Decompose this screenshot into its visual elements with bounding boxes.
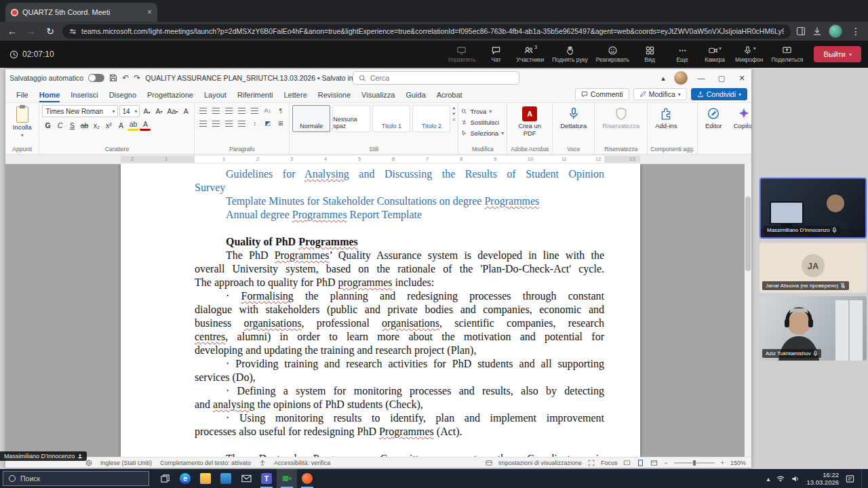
ruler[interactable]: 2112345678910111213 [5,155,751,164]
mic-chevron-icon[interactable]: ▾ [753,45,756,52]
action-center-icon[interactable] [846,474,854,483]
share-button[interactable]: Поделиться [768,44,806,64]
font-name-select[interactable]: Times New Roman▾ [42,105,118,117]
close-icon[interactable]: ✕ [732,69,751,87]
leave-button[interactable]: Выйти▾ [814,46,861,62]
vertical-scrollbar[interactable] [745,164,751,457]
tray-expand-icon[interactable]: ▴ [766,475,770,483]
menu-tab-home[interactable]: Home [34,88,66,102]
clear-format-button[interactable]: A [180,106,191,117]
reload-icon[interactable]: ↻ [43,26,57,37]
style-card-normale[interactable]: Normale [292,105,330,132]
editor-button[interactable]: Editor [701,105,727,131]
undo-icon[interactable]: ↶ [122,73,129,83]
strikethrough-button[interactable]: ab [79,119,90,131]
select-button[interactable]: Seleziona▾ [461,128,504,138]
font-size-select[interactable]: 14▾ [119,105,140,117]
multilevel-list-icon[interactable] [223,105,235,116]
autosave-toggle[interactable] [88,74,104,82]
editing-mode-button[interactable]: Modifica▾ [633,88,687,100]
change-case-button[interactable]: Aa▾ [165,106,179,117]
menu-tab-file[interactable]: File [11,88,34,102]
redo-icon[interactable]: ↷ [134,73,140,83]
style-card-nessuna-spaz[interactable]: Nessuna spaz [332,105,370,132]
hyperlink-text[interactable]: Programmes [292,209,347,220]
sort-icon[interactable] [262,105,273,116]
status-language[interactable]: Inglese (Stati Uniti) [100,460,152,466]
leave-chevron-icon[interactable]: ▾ [849,52,852,58]
document-page[interactable]: Guidelines for Analysing and Discussing … [121,164,640,457]
subscript-button[interactable]: x₂ [91,119,102,131]
hyperlink-text[interactable]: Programmes [484,195,539,207]
download-icon[interactable] [812,26,822,36]
participant-tile-aziz[interactable]: Aziz Tukhtamishov [760,296,867,361]
menu-tab-visualizza[interactable]: Visualizza [356,88,400,102]
camera-chevron-icon[interactable]: ▾ [719,45,722,52]
taskbar-search-box[interactable]: Поиск [3,471,149,486]
status-view-settings[interactable]: Impostazioni di visualizzazione [498,460,582,466]
url-omnibox[interactable]: teams.microsoft.com/light-meetings/launc… [62,24,791,39]
copilot-button[interactable]: Copilot [729,105,751,131]
highlight-button[interactable]: ab [127,119,138,131]
save-icon[interactable] [109,74,117,82]
edge-icon[interactable]: e [175,469,195,488]
shading-icon[interactable] [262,118,273,129]
network-icon[interactable] [776,475,785,482]
status-focus[interactable]: Focus [601,460,618,466]
read-mode-icon[interactable] [623,460,631,466]
addins-button[interactable]: Add-ins [650,105,682,131]
justify-icon[interactable] [236,118,248,129]
comments-button[interactable]: Commenti [575,88,629,100]
indent-icon[interactable] [249,105,260,116]
menu-tab-revisione[interactable]: Revisione [313,88,356,102]
app-icon-blue[interactable] [216,469,236,488]
browser-tab[interactable]: QUARTZ 5th Coord. Meeti × [5,3,157,22]
hyperlink-text[interactable]: Guidelines for [226,168,304,180]
borders-icon[interactable] [275,118,286,129]
menu-tab-riferimenti[interactable]: Riferimenti [232,88,279,102]
browser-menu-icon[interactable]: ⋮ [849,26,863,37]
raise-hand-button[interactable]: Поднять руку [549,44,591,64]
menu-tab-progettazione[interactable]: Progettazione [142,88,199,102]
hyperlink-text[interactable]: Report Template [347,209,422,220]
status-text-completion[interactable]: Completamento del testo: attivato [160,460,251,466]
participant-tile-janar[interactable]: JA Janar Abuova (не проверено) [760,243,867,293]
pilcrow-icon[interactable] [275,105,286,116]
view-button[interactable]: Вид [635,44,665,64]
web-layout-icon[interactable] [650,460,658,466]
participants-button[interactable]: 3 Участники [514,44,547,64]
back-icon[interactable]: ← [5,26,19,37]
camera-button[interactable]: ▾ Камера [700,44,730,64]
reading-mode-icon[interactable] [796,26,806,36]
replace-button[interactable]: Sostituisci [461,117,504,127]
camera-app-icon[interactable] [277,469,297,488]
zoom-out-icon[interactable]: − [664,460,667,466]
word-search-box[interactable]: Cerca [353,71,519,85]
bullets-icon[interactable] [197,105,209,116]
minimize-icon[interactable]: — [692,69,711,87]
hyperlink-text[interactable]: Template Minutes for Stakeholder Consult… [226,195,484,207]
menu-tab-layout[interactable]: Layout [199,88,232,102]
word-user-avatar[interactable] [674,71,688,85]
show-desktop-button[interactable] [861,469,864,488]
more-button[interactable]: Еще [667,44,697,64]
italic-button[interactable]: C [54,119,65,131]
forward-icon[interactable]: → [24,26,38,37]
font-color-button[interactable]: A [140,119,151,131]
find-button[interactable]: Trova▾ [461,106,504,116]
paste-button[interactable]: Incolla ▾ [8,105,36,140]
dictate-button[interactable]: Dettatura [555,105,591,131]
align-left-icon[interactable] [197,118,209,129]
document-title[interactable]: QUALITY ASSURANCE PLAN_SRIUTCH.13.03.202… [145,74,369,82]
document-area[interactable]: Guidelines for Analysing and Discussing … [5,164,751,457]
align-center-icon[interactable] [210,118,222,129]
styles-up-icon[interactable]: ▴ [453,105,456,110]
taskbar-clock[interactable]: 16:22 13.03.2026 [806,471,839,486]
underline-button[interactable]: S [66,119,77,131]
hyperlink-text[interactable]: Survey [195,182,225,193]
create-pdf-button[interactable]: A Crea un PDF [510,105,549,139]
outdent-icon[interactable] [236,105,248,116]
mic-button[interactable]: ▾ Микрофон [732,44,766,64]
numbering-icon[interactable] [210,105,222,116]
share-document-button[interactable]: Condividi▾ [691,88,747,100]
